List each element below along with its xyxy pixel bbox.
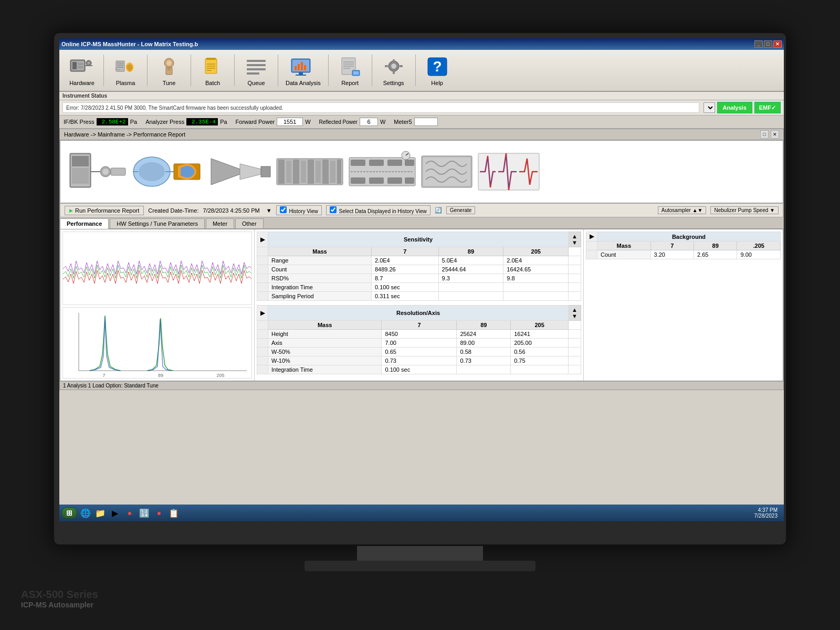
bg-col-mass: Mass <box>597 242 651 250</box>
svg-rect-2 <box>72 62 77 69</box>
chart-area: 7 89 205 <box>60 229 255 381</box>
svg-marker-65 <box>211 159 240 185</box>
toolbar-queue[interactable]: Queue <box>238 52 275 88</box>
svg-rect-76 <box>330 161 335 183</box>
close-panel-btn[interactable]: ✕ <box>771 130 779 139</box>
taskbar-media-icon[interactable]: ▶ <box>109 507 121 519</box>
toolbar-data-analysis[interactable]: Data Analysis <box>281 52 325 88</box>
toolbar-hardware[interactable]: Hardware <box>64 52 100 88</box>
autosampler-btn[interactable]: Autosampler ▲▼ <box>658 206 707 214</box>
bg-col-89: 89 <box>694 242 737 250</box>
tab-meter[interactable]: Meter <box>206 218 234 228</box>
history-view-btn[interactable]: History View <box>276 205 322 215</box>
created-value: 7/28/2023 4:25:50 PM <box>203 207 259 214</box>
background-arrow[interactable]: ▶ <box>586 232 597 242</box>
component-nebulizer[interactable] <box>131 148 204 195</box>
component-signal[interactable] <box>477 148 540 195</box>
toolbar-batch[interactable]: Batch <box>194 52 231 88</box>
history-view-check[interactable] <box>280 206 287 213</box>
run-perf-bar: Run Performance Report Created Date-Time… <box>60 203 783 217</box>
start-button[interactable]: ⊞ <box>61 507 77 519</box>
toolbar: Hardware Plasma <box>59 50 784 92</box>
bg-col-7: 7 <box>650 242 694 250</box>
meter5-input[interactable] <box>414 118 438 126</box>
report-label: Report <box>341 80 359 86</box>
resolution-arrow[interactable]: ▶ <box>257 306 268 321</box>
emf-button[interactable]: EMF✓ <box>754 102 781 113</box>
created-label: Created Date-Time: <box>148 207 198 214</box>
sens-col-7: 7 <box>371 247 438 256</box>
toolbar-help[interactable]: ? Help <box>419 52 456 88</box>
svg-rect-85 <box>405 160 414 166</box>
error-dropdown[interactable] <box>704 102 715 113</box>
taskbar-app3-icon[interactable]: ● <box>153 507 165 519</box>
taskbar-folder-icon[interactable]: 📁 <box>94 507 107 519</box>
help-label: Help <box>431 80 443 86</box>
component-sample[interactable] <box>69 148 127 195</box>
data-area: 7 89 205 ▶ Sensitivity <box>60 229 783 381</box>
scroll-up-btn[interactable]: □ <box>760 130 769 139</box>
table-row: Height 8450 25624 16241 <box>257 330 581 339</box>
batch-icon <box>199 55 226 79</box>
sensitivity-arrow[interactable]: ▶ <box>257 232 268 247</box>
maximize-button[interactable]: □ <box>764 40 772 48</box>
component-quadrupole[interactable] <box>348 148 416 195</box>
svg-rect-54 <box>72 156 89 166</box>
screen: Online ICP-MS MassHunter - Low Matrix Te… <box>59 38 784 521</box>
resolution-table: ▶ Resolution/Axis ▲▼ Mass 7 89 205 <box>257 305 581 374</box>
nebulizer-btn[interactable]: Nebulizer Pump Speed ▼ <box>710 206 779 214</box>
refresh-icon: 🔄 <box>435 207 442 214</box>
pressure-row: IF/BK Press 2.58E+2 Pa Analyzer Press 2.… <box>59 116 784 129</box>
svg-rect-70 <box>286 161 291 183</box>
svg-rect-72 <box>301 161 306 183</box>
taskbar-app1-icon[interactable]: ● <box>123 507 136 519</box>
select-data-check[interactable] <box>330 206 337 213</box>
taskbar-pdf-icon[interactable]: 📋 <box>167 507 180 519</box>
svg-rect-86 <box>405 177 414 184</box>
run-performance-btn[interactable]: Run Performance Report <box>65 206 144 215</box>
sens-col-205: 205 <box>503 247 569 256</box>
table-row: W-10% 0.73 0.73 0.75 <box>257 356 581 365</box>
component-detector[interactable] <box>421 148 473 195</box>
svg-rect-46 <box>393 59 395 62</box>
component-ion-lens[interactable] <box>276 148 344 195</box>
table-row: RSD% 8.7 9.3 9.8 <box>257 274 581 283</box>
data-analysis-label: Data Analysis <box>286 80 321 86</box>
select-data-btn[interactable]: Select Data Displayed in History View <box>326 205 430 215</box>
svg-rect-55 <box>72 168 89 184</box>
close-button[interactable]: ✕ <box>773 40 782 48</box>
tab-other[interactable]: Other <box>235 218 264 228</box>
taskbar-app2-icon[interactable]: 🔢 <box>138 507 151 519</box>
generate-btn[interactable]: Generate <box>446 206 476 214</box>
minimize-button[interactable]: _ <box>754 40 763 48</box>
resolution-scroll[interactable]: ▲▼ <box>569 306 581 321</box>
sens-col-89: 89 <box>438 247 503 256</box>
component-interface[interactable] <box>208 148 271 195</box>
taskbar-time: 4:37 PM 7/28/2023 <box>750 507 782 519</box>
tab-performance[interactable]: Performance <box>60 218 109 229</box>
instrument-status-label: Instrument Status <box>59 92 784 100</box>
help-icon: ? <box>424 55 451 79</box>
taskbar-ie-icon[interactable]: 🌐 <box>79 507 92 519</box>
toolbar-tune[interactable]: Tune <box>151 52 187 88</box>
toolbar-report[interactable]: Report <box>332 52 369 88</box>
analyzer-label: Analyzer Press <box>145 119 184 125</box>
data-analysis-icon <box>289 55 317 79</box>
forward-power-input[interactable] <box>277 118 303 126</box>
toolbar-plasma[interactable]: Plasma <box>107 52 144 88</box>
analysis-button[interactable]: Analysis <box>717 102 752 113</box>
svg-point-6 <box>88 62 90 64</box>
toolbar-settings[interactable]: Settings <box>375 52 412 88</box>
tab-hw-settings[interactable]: HW Settings / Tune Parameters <box>110 218 205 228</box>
svg-point-15 <box>166 60 172 66</box>
peak-chart-bottom: 7 89 205 <box>62 307 252 379</box>
sensitivity-scroll[interactable]: ▲▼ <box>569 232 581 247</box>
tune-icon <box>155 55 183 79</box>
monitor-bezel: Online ICP-MS MassHunter - Low Matrix Te… <box>52 32 788 546</box>
reflected-value-input[interactable] <box>360 118 378 126</box>
res-col-mass: Mass <box>268 321 382 330</box>
plasma-label: Plasma <box>116 80 135 86</box>
svg-rect-83 <box>387 160 402 166</box>
table-row: Range 2.0E4 5.0E4 2.0E4 <box>257 256 581 265</box>
background-header: Background <box>597 232 781 242</box>
